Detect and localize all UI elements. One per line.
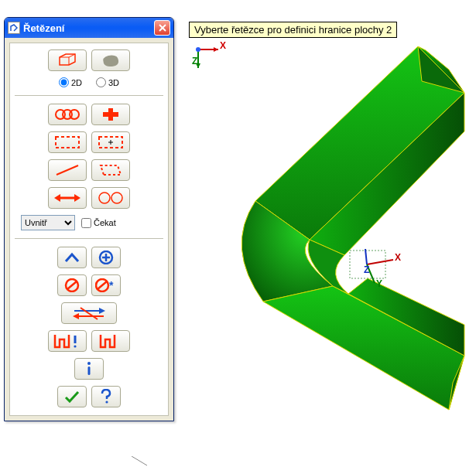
dialog-titlebar[interactable]: Řetězení <box>5 18 173 38</box>
question-icon <box>100 389 112 404</box>
chain-links-button[interactable] <box>48 104 87 125</box>
command-prompt-tooltip: Vyberte řetězce pro definici hranice plo… <box>189 22 397 38</box>
svg-marker-35 <box>54 194 60 202</box>
svg-point-38 <box>111 193 122 203</box>
svg-rect-28 <box>56 137 79 148</box>
cad-viewport[interactable]: X Z <box>0 0 476 467</box>
svg-line-32 <box>57 165 78 175</box>
info-exclaim-icon <box>83 361 95 377</box>
last-button[interactable] <box>57 247 87 268</box>
radio-3d[interactable]: 3D <box>96 77 119 87</box>
svg-line-45 <box>98 281 107 289</box>
polygon-select-button[interactable] <box>91 159 130 181</box>
diagonal-line-icon <box>54 163 80 177</box>
model-chevron-solid <box>209 46 472 448</box>
mode-wireframe-button[interactable] <box>48 49 87 71</box>
vector-button[interactable] <box>48 187 87 209</box>
chaining-dialog: Řetězení <box>4 17 174 421</box>
radio-3d-label: 3D <box>108 78 119 87</box>
ok-button[interactable] <box>57 386 87 407</box>
dialog-leader-line <box>124 456 155 467</box>
svg-marker-50 <box>73 313 79 319</box>
svg-point-56 <box>105 401 108 403</box>
chain-links-icon <box>54 107 80 121</box>
svg-marker-48 <box>99 308 105 314</box>
svg-marker-8 <box>263 286 464 410</box>
dialog-title: Řetězení <box>23 22 154 34</box>
svg-marker-19 <box>60 54 75 65</box>
svg-point-25 <box>70 110 79 119</box>
gizmo-z-label: Z <box>364 264 369 275</box>
info-button[interactable] <box>74 358 104 380</box>
svg-text:*: * <box>109 279 114 291</box>
chain-outline-icon <box>98 191 124 205</box>
svg-line-43 <box>67 281 77 289</box>
svg-marker-36 <box>74 194 80 202</box>
svg-line-13 <box>367 260 393 264</box>
gizmo-x-label: X <box>395 252 401 263</box>
no-entry-icon <box>64 278 80 292</box>
radio-2d-input[interactable] <box>59 77 69 87</box>
double-arrow-icon <box>54 191 80 205</box>
dialog-app-icon <box>8 22 20 34</box>
svg-line-51 <box>80 308 98 319</box>
svg-line-16 <box>132 456 147 465</box>
wait-label: Čekat <box>94 218 116 227</box>
profile-exclaim-icon <box>53 333 81 349</box>
reverse-arrows-icon <box>70 306 108 320</box>
unselect-all-button[interactable]: * <box>91 274 121 296</box>
radio-3d-input[interactable] <box>96 77 106 87</box>
no-entry-star-icon: * <box>95 278 117 292</box>
window-point-select-button[interactable] <box>91 131 130 153</box>
wait-checkbox[interactable] <box>81 218 91 228</box>
circle-plus-icon <box>98 251 114 264</box>
mode-solid-button[interactable] <box>91 49 130 71</box>
plus-button[interactable] <box>91 104 130 125</box>
dashed-rect-point-icon <box>98 135 124 149</box>
check-icon <box>64 390 80 403</box>
axis-z-label: Z <box>192 56 197 66</box>
view-axis-gizmo[interactable] <box>348 249 418 303</box>
wireframe-cube-icon <box>56 53 79 68</box>
command-prompt-text: Vyberte řetězce pro definici hranice plo… <box>194 24 392 36</box>
svg-marker-33 <box>101 165 121 175</box>
svg-point-4 <box>196 47 200 52</box>
plus-icon <box>102 107 119 121</box>
single-line-button[interactable] <box>48 159 87 181</box>
close-icon <box>159 24 166 32</box>
radio-2d[interactable]: 2D <box>59 77 82 87</box>
svg-point-53 <box>74 345 76 347</box>
dashed-rect-icon <box>54 135 80 149</box>
solid-blob-icon <box>99 53 122 68</box>
add-button[interactable] <box>91 247 121 268</box>
profile-icon <box>99 333 122 349</box>
profile-button[interactable] <box>91 330 130 352</box>
help-button[interactable] <box>91 386 121 407</box>
svg-point-37 <box>99 193 110 203</box>
svg-rect-55 <box>88 366 91 375</box>
reverse-button[interactable] <box>61 302 117 324</box>
svg-line-15 <box>365 249 367 264</box>
dialog-body: 2D 3D <box>9 43 169 416</box>
gizmo-y-label: Y <box>376 278 382 289</box>
svg-point-54 <box>87 362 91 365</box>
dashed-parallelogram-icon <box>98 163 124 177</box>
close-button[interactable] <box>154 20 170 36</box>
inside-outside-combo[interactable]: Uvnitř <box>21 215 75 230</box>
unselect-button[interactable] <box>57 274 87 296</box>
radio-2d-label: 2D <box>71 78 82 87</box>
separator <box>15 238 163 239</box>
window-select-button[interactable] <box>48 131 87 153</box>
chain-outline-button[interactable] <box>91 187 130 209</box>
profile-sync-button[interactable] <box>48 330 87 352</box>
separator <box>15 95 163 96</box>
chevron-up-icon <box>63 251 80 264</box>
svg-rect-27 <box>103 112 118 117</box>
